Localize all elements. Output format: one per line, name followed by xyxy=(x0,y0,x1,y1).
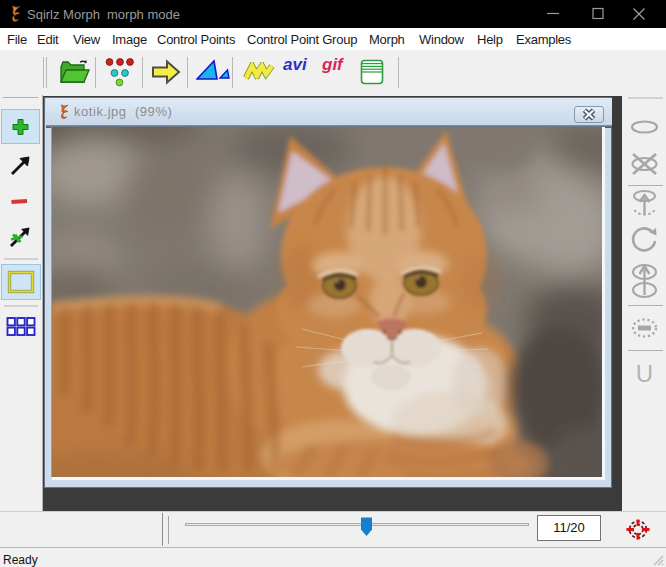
svg-text:U: U xyxy=(636,360,653,387)
